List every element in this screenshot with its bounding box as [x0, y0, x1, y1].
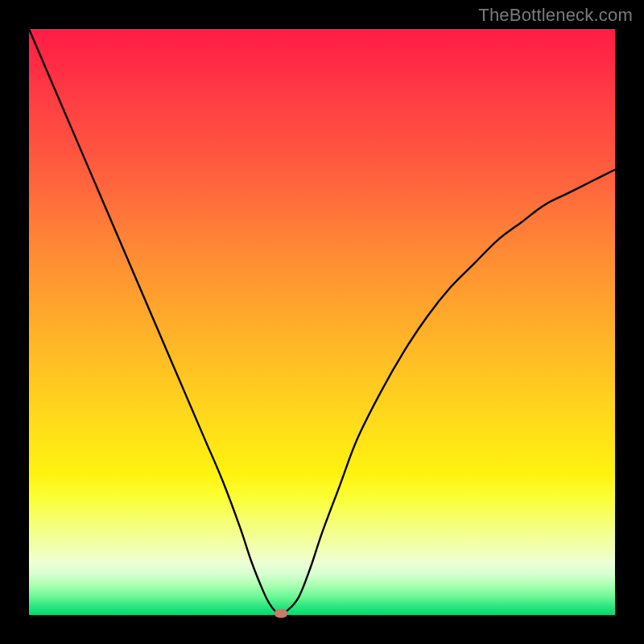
plot-area — [29, 29, 615, 615]
chart-frame: TheBottleneck.com — [0, 0, 644, 644]
optimum-marker — [275, 609, 287, 617]
watermark-text: TheBottleneck.com — [478, 5, 633, 26]
bottleneck-curve — [29, 29, 615, 615]
